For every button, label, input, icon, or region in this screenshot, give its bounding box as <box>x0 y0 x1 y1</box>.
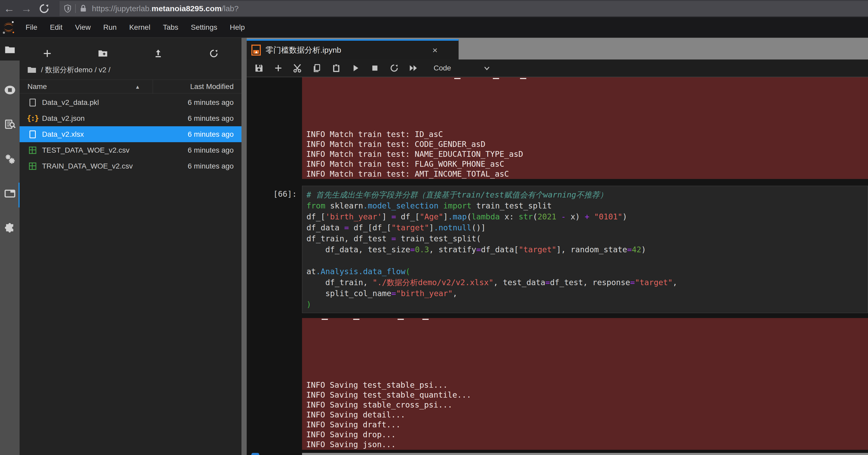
stop-button[interactable] <box>365 61 384 75</box>
horizontal-scrollbar[interactable] <box>302 453 868 455</box>
browser-back-icon[interactable]: ← <box>3 2 16 15</box>
file-modified-time: 6 minutes ago <box>188 98 234 107</box>
file-icon <box>30 130 36 138</box>
code-line: # 首先生成出生年份字段并分群（直接基于train/test赋值会有个warni… <box>307 189 868 200</box>
clipped-text-fragment <box>321 319 328 320</box>
code-cell-editor[interactable]: # 首先生成出生年份字段并分群（直接基于train/test赋值会有个warni… <box>302 186 868 313</box>
menu-edit[interactable]: Edit <box>43 23 69 32</box>
file-row[interactable]: TRAIN_DATA_WOE_v2.csv6 minutes ago <box>20 158 242 174</box>
menu-run[interactable]: Run <box>97 23 123 32</box>
file-row[interactable]: Data_v2.xlsx6 minutes ago <box>20 126 242 142</box>
sort-ascending-icon[interactable]: ▲ <box>135 84 140 90</box>
code-line: df_data = df_[df_["target"].notnull()] <box>307 222 868 233</box>
menubar-items: FileEditViewRunKernelTabsSettingsHelp <box>19 23 251 32</box>
output-line: INFO Saving detail... <box>306 410 868 420</box>
run-all-button[interactable] <box>404 61 423 75</box>
run-button[interactable] <box>346 61 365 75</box>
refresh-button[interactable] <box>207 47 221 60</box>
notebook-file-icon <box>251 44 261 56</box>
file-name: TEST_DATA_WOE_v2.csv <box>42 146 129 155</box>
panel-splitter[interactable] <box>242 38 247 455</box>
app-logo-icon <box>2 21 15 34</box>
code-line: at.Analysis.data_flow( <box>307 266 868 277</box>
file-name: Data_v2.json <box>42 114 85 123</box>
column-name[interactable]: Name <box>27 83 47 91</box>
folder-icon <box>27 65 37 75</box>
file-name: Data_v2_data.pkl <box>42 98 99 107</box>
output-line: INFO Saving draft... <box>306 420 868 430</box>
notebook-toolbar: Code <box>247 60 868 77</box>
file-browser-toolbar <box>20 45 242 62</box>
browser-chrome: ← → https://jupyterlab.metanoia8295.com/… <box>0 0 868 17</box>
output-line: INFO Match train test: NAME_EDUCATION_TY… <box>306 149 868 159</box>
dock-tab-bar: 零门槛数据分析.ipynb × <box>247 38 868 60</box>
menu-kernel[interactable]: Kernel <box>123 23 157 32</box>
code-line <box>307 255 868 266</box>
lock-icon[interactable] <box>79 4 88 13</box>
column-last-modified[interactable]: Last Modified <box>190 83 234 91</box>
clipped-text-fragment <box>520 78 526 79</box>
file-icon <box>30 99 36 106</box>
cell-output-stderr-bottom: INFO Saving test_stable_psi...INFO Savin… <box>302 318 868 450</box>
clipped-text-fragment <box>423 319 429 320</box>
output-line: INFO Match train test: FLAG_WORK_PHONE_a… <box>306 159 868 169</box>
file-browser-panel: / 数据分析demo / v2 / Name ▲ Last Modified D… <box>20 38 242 455</box>
csv-file-icon <box>29 163 36 170</box>
menu-help[interactable]: Help <box>223 23 251 32</box>
output-line: INFO Match train test: AMT_INCOME_TOTAL_… <box>306 169 868 179</box>
output-line: INFO Match train test: ID_asC <box>306 129 868 139</box>
new-launcher-button[interactable] <box>40 47 55 60</box>
menu-view[interactable]: View <box>69 23 97 32</box>
notebook-tab-title: 零门槛数据分析.ipynb <box>266 45 341 56</box>
clipped-text-fragment <box>493 78 499 79</box>
cell-execution-prompt: [66]: <box>247 189 297 199</box>
cut-cells-button[interactable] <box>288 61 307 75</box>
copy-cells-button[interactable] <box>307 61 327 75</box>
activity-bar <box>0 38 20 455</box>
browser-reload-icon[interactable] <box>38 2 51 15</box>
add-cell-button[interactable] <box>269 61 288 75</box>
shield-icon[interactable] <box>63 4 72 13</box>
upload-button[interactable] <box>151 47 165 60</box>
notebook-content: INFO Match train test: ID_asCINFO Match … <box>247 77 868 455</box>
breadcrumb[interactable]: / 数据分析demo / v2 / <box>27 63 111 77</box>
menu-tabs[interactable]: Tabs <box>157 23 185 32</box>
file-list-header: Name ▲ Last Modified <box>20 79 242 93</box>
file-modified-time: 6 minutes ago <box>188 130 234 138</box>
jupyterlab-menubar: FileEditViewRunKernelTabsSettingsHelp <box>0 17 868 38</box>
code-line: df_['birth_year'] = df_["Age"].map(lambd… <box>307 211 868 222</box>
output-line: INFO Saving test_stable_psi... <box>306 380 868 390</box>
code-line: df_train, "./数据分析demo/v2/v2.xlsx", test_… <box>307 277 868 288</box>
code-line: split_col_name="birth_year", <box>307 288 868 299</box>
cell-output-stderr-top: INFO Match train test: ID_asCINFO Match … <box>302 77 868 179</box>
property-inspector-icon[interactable] <box>4 119 16 130</box>
notebook-panel: 零门槛数据分析.ipynb × <box>247 38 868 455</box>
new-folder-button[interactable] <box>96 47 110 60</box>
chevron-down-icon[interactable] <box>483 64 491 72</box>
menu-file[interactable]: File <box>19 23 43 32</box>
extension-manager-icon[interactable] <box>4 222 16 234</box>
file-browser-icon[interactable] <box>4 44 16 56</box>
open-tabs-icon[interactable] <box>4 188 16 199</box>
csv-file-icon <box>29 147 36 154</box>
menu-settings[interactable]: Settings <box>185 23 223 32</box>
notebook-tab[interactable]: 零门槛数据分析.ipynb × <box>247 39 459 60</box>
paste-cells-button[interactable] <box>327 61 346 75</box>
save-button[interactable] <box>249 61 269 75</box>
restart-kernel-button[interactable] <box>384 61 404 75</box>
output-line: INFO Saving json... <box>306 440 868 450</box>
code-line: df_train, df_test = train_test_split( <box>307 233 868 244</box>
cell-type-dropdown[interactable]: Code <box>434 64 451 72</box>
file-modified-time: 6 minutes ago <box>188 114 234 123</box>
tab-close-icon[interactable]: × <box>432 45 437 55</box>
column-divider[interactable] <box>153 80 153 94</box>
running-sessions-icon[interactable] <box>4 84 16 96</box>
file-row[interactable]: {:}Data_v2.json6 minutes ago <box>20 110 242 126</box>
settings-gears-icon[interactable] <box>4 153 16 165</box>
file-row[interactable]: TEST_DATA_WOE_v2.csv6 minutes ago <box>20 142 242 158</box>
file-row[interactable]: Data_v2_data.pkl6 minutes ago <box>20 94 242 110</box>
breadcrumb-path: / 数据分析demo / v2 / <box>41 65 111 75</box>
file-name: Data_v2.xlsx <box>42 130 84 138</box>
browser-forward-icon[interactable]: → <box>20 2 33 15</box>
address-bar[interactable]: https://jupyterlab.metanoia8295.com/lab? <box>60 1 868 16</box>
